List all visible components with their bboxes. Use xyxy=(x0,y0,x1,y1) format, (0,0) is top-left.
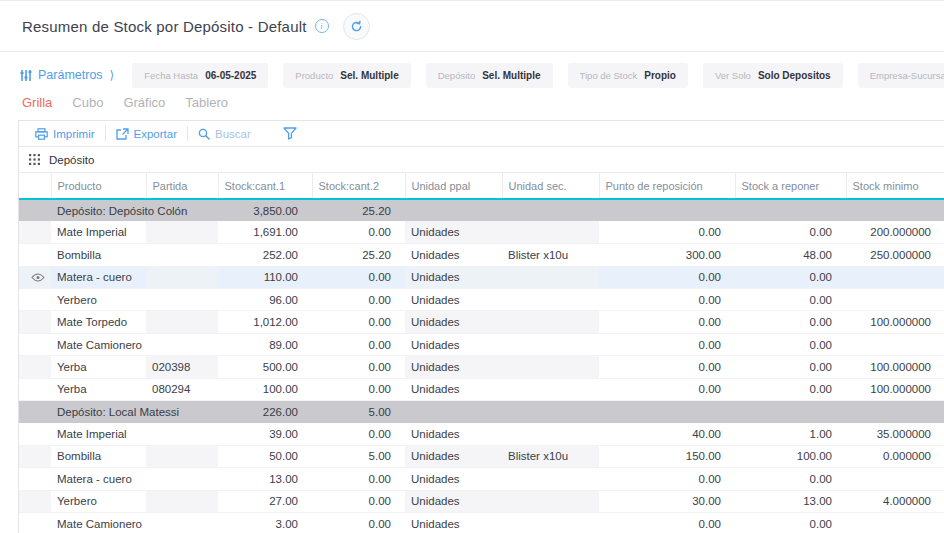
cell-stock2[interactable]: 0.00 xyxy=(312,356,405,378)
cell-punto[interactable]: 0.00 xyxy=(599,221,735,243)
group-row[interactable]: Depósito: Depósito Colón3,850.0025.20 xyxy=(19,199,944,221)
cell-punto[interactable]: 0.00 xyxy=(599,311,735,333)
cell-sel[interactable] xyxy=(19,221,51,243)
cell-producto[interactable]: Bombilla xyxy=(51,244,146,266)
cell-stock1[interactable]: 50.00 xyxy=(218,445,312,467)
table-row[interactable]: Matera - cuero110.000.00Unidades0.000.00 xyxy=(19,266,944,288)
cell-sel[interactable] xyxy=(19,423,51,445)
parameters-toggle[interactable]: Parámetros ⟩ xyxy=(20,68,114,82)
cell-minimo[interactable] xyxy=(846,333,944,355)
cell-stock1[interactable]: 110.00 xyxy=(218,266,312,288)
cell-reponer[interactable]: 0.00 xyxy=(735,378,846,400)
table-row[interactable]: Matera - cuero13.000.00Unidades0.000.00 xyxy=(19,468,944,490)
cell-unidad_ppal[interactable]: Unidades xyxy=(405,468,502,490)
cell-producto[interactable]: Mate Imperial xyxy=(51,221,146,243)
cell-producto[interactable]: Yerbero xyxy=(51,490,146,512)
cell-unidad_ppal[interactable]: Unidades xyxy=(405,445,502,467)
cell-partida[interactable] xyxy=(146,333,218,355)
cell-reponer[interactable]: 0.00 xyxy=(735,468,846,490)
column-header-reponer[interactable]: Stock a reponer xyxy=(735,173,846,199)
cell-stock1[interactable]: 27.00 xyxy=(218,490,312,512)
chip-empresa-sucursal[interactable]: Empresa-Sucursal Sel. Multiple xyxy=(858,63,944,88)
cell-minimo[interactable]: 100.000000 xyxy=(846,378,944,400)
cell-unidad_ppal[interactable]: Unidades xyxy=(405,423,502,445)
cell-punto[interactable]: 0.00 xyxy=(599,266,735,288)
cell-unidad_sec[interactable] xyxy=(502,468,599,490)
cell-partida[interactable] xyxy=(146,423,218,445)
cell-unidad_sec[interactable] xyxy=(502,333,599,355)
cell-stock2[interactable]: 0.00 xyxy=(312,333,405,355)
cell-unidad_sec[interactable] xyxy=(502,378,599,400)
cell-unidad_sec[interactable] xyxy=(502,356,599,378)
cell-sel[interactable] xyxy=(19,333,51,355)
print-button[interactable]: Imprimir xyxy=(25,128,105,140)
column-header-stock1[interactable]: Stock:cant.1 xyxy=(218,173,312,199)
cell-sel[interactable] xyxy=(19,378,51,400)
cell-punto[interactable]: 0.00 xyxy=(599,512,735,533)
cell-reponer[interactable]: 0.00 xyxy=(735,266,846,288)
cell-stock2[interactable]: 25.20 xyxy=(312,244,405,266)
info-icon[interactable]: i xyxy=(315,19,329,33)
cell-sel[interactable] xyxy=(19,244,51,266)
cell-unidad_sec[interactable]: Blister x10u xyxy=(502,445,599,467)
cell-unidad_sec[interactable] xyxy=(502,512,599,533)
cell-unidad_sec[interactable] xyxy=(502,311,599,333)
table-row[interactable]: Mate Torpedo1,012.000.00Unidades0.000.00… xyxy=(19,311,944,333)
chip-tipo-de-stock[interactable]: Tipo de Stock Propio xyxy=(568,63,688,88)
table-row[interactable]: Yerbero27.000.00Unidades30.0013.004.0000… xyxy=(19,490,944,512)
cell-stock2[interactable]: 0.00 xyxy=(312,490,405,512)
cell-punto[interactable]: 0.00 xyxy=(599,378,735,400)
cell-unidad_sec[interactable] xyxy=(502,423,599,445)
cell-sel[interactable] xyxy=(19,266,51,288)
cell-punto[interactable]: 150.00 xyxy=(599,445,735,467)
table-row[interactable]: Mate Camionero89.000.00Unidades0.000.00 xyxy=(19,333,944,355)
table-row[interactable]: Mate Imperial1,691.000.00Unidades0.000.0… xyxy=(19,221,944,243)
tab-grilla[interactable]: Grilla xyxy=(22,95,52,110)
column-header-unidad_sec[interactable]: Unidad sec. xyxy=(502,173,599,199)
cell-producto[interactable]: Matera - cuero xyxy=(51,266,146,288)
cell-reponer[interactable]: 48.00 xyxy=(735,244,846,266)
cell-unidad_sec[interactable] xyxy=(502,289,599,311)
cell-unidad_ppal[interactable]: Unidades xyxy=(405,266,502,288)
cell-partida[interactable] xyxy=(146,289,218,311)
cell-sel[interactable] xyxy=(19,445,51,467)
cell-stock1[interactable]: 252.00 xyxy=(218,244,312,266)
cell-punto[interactable]: 0.00 xyxy=(599,289,735,311)
cell-partida[interactable] xyxy=(146,221,218,243)
cell-reponer[interactable]: 0.00 xyxy=(735,289,846,311)
cell-minimo[interactable] xyxy=(846,289,944,311)
cell-partida[interactable]: 020398 xyxy=(146,356,218,378)
cell-unidad_ppal[interactable]: Unidades xyxy=(405,244,502,266)
cell-producto[interactable]: Yerbero xyxy=(51,289,146,311)
search-button[interactable]: Buscar xyxy=(188,128,261,140)
cell-sel[interactable] xyxy=(19,311,51,333)
cell-unidad_ppal[interactable]: Unidades xyxy=(405,356,502,378)
cell-partida[interactable] xyxy=(146,445,218,467)
cell-stock2[interactable]: 0.00 xyxy=(312,311,405,333)
column-header-minimo[interactable]: Stock minimo xyxy=(846,173,944,199)
cell-sel[interactable] xyxy=(19,289,51,311)
cell-unidad_ppal[interactable]: Unidades xyxy=(405,378,502,400)
cell-minimo[interactable]: 250.000000 xyxy=(846,244,944,266)
column-header-unidad_ppal[interactable]: Unidad ppal xyxy=(405,173,502,199)
cell-stock1[interactable]: 500.00 xyxy=(218,356,312,378)
cell-reponer[interactable]: 1.00 xyxy=(735,423,846,445)
cell-stock2[interactable]: 0.00 xyxy=(312,221,405,243)
cell-producto[interactable]: Matera - cuero xyxy=(51,468,146,490)
cell-reponer[interactable]: 0.00 xyxy=(735,221,846,243)
cell-producto[interactable]: Mate Torpedo xyxy=(51,311,146,333)
cell-unidad_ppal[interactable]: Unidades xyxy=(405,221,502,243)
cell-unidad_ppal[interactable]: Unidades xyxy=(405,311,502,333)
cell-stock2[interactable]: 0.00 xyxy=(312,378,405,400)
cell-minimo[interactable] xyxy=(846,512,944,533)
cell-reponer[interactable]: 0.00 xyxy=(735,512,846,533)
group-row[interactable]: Depósito: Local Matessi226.005.00 xyxy=(19,401,944,423)
refresh-button[interactable] xyxy=(343,13,370,40)
cell-reponer[interactable]: 0.00 xyxy=(735,333,846,355)
cell-stock1[interactable]: 96.00 xyxy=(218,289,312,311)
chip-producto[interactable]: Producto Sel. Multiple xyxy=(283,63,410,88)
cell-unidad_sec[interactable] xyxy=(502,221,599,243)
chip-deposito[interactable]: Depósito Sel. Multiple xyxy=(426,63,553,88)
table-row[interactable]: Bombilla50.005.00UnidadesBlister x10u150… xyxy=(19,445,944,467)
cell-producto[interactable]: Mate Imperial xyxy=(51,423,146,445)
